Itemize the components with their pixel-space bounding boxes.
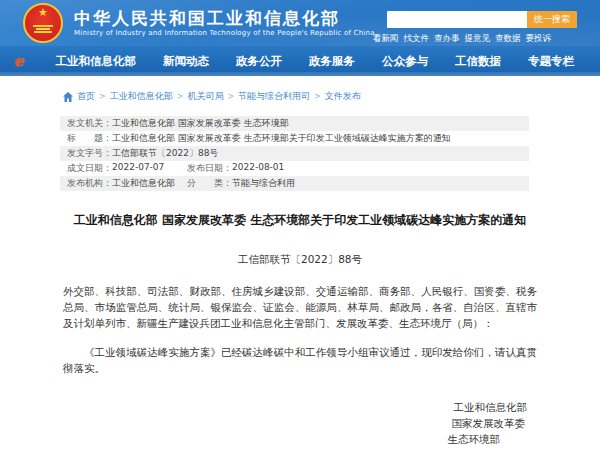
site-subtitle: Ministry of Industry and Information Tec… xyxy=(74,29,375,38)
nav-item-gov-affairs[interactable]: 政务公开 xyxy=(236,54,282,69)
nav-item-news[interactable]: 新闻动态 xyxy=(163,54,209,69)
signatory-miit: 工业和信息化部 xyxy=(63,399,537,415)
unified-search-input[interactable] xyxy=(387,11,527,28)
meta-row-doc-number: 发文字号： 工信部联节〔2022〕88号 xyxy=(60,146,529,161)
document-body: 工业和信息化部 国家发展改革委 生态环境部关于印发工业领域碳达峰实施方案的通知 … xyxy=(63,212,537,452)
breadcrumb: 首页 > 工业和信息化部 > 机关司局 > 节能与综合利用司 > 文件发布 xyxy=(0,76,600,103)
nav-item-miit[interactable]: 工业和信息化部 xyxy=(56,54,137,69)
search-area: 统一搜索 看新闻 找文件 查办事 提意见 查数据 要投诉 xyxy=(387,11,577,45)
national-emblem-icon: ★ xyxy=(23,3,63,43)
site-title: 中华人民共和国工业和信息化部 xyxy=(74,8,375,28)
breadcrumb-energy-conservation-dept[interactable]: 节能与综合利用司 xyxy=(238,90,310,103)
quick-link-files[interactable]: 找文件 xyxy=(404,33,430,45)
meta-row-dates: 成文日期： 2022-07-07 发布日期： 2022-08-01 xyxy=(60,161,529,176)
nav-item-special-topics[interactable]: 专题专栏 xyxy=(528,54,574,69)
quick-link-data[interactable]: 查数据 xyxy=(495,33,521,45)
quick-link-services[interactable]: 查办事 xyxy=(434,33,460,45)
signatory-mee: 生态环境部 xyxy=(63,431,537,447)
document-number: 工信部联节〔2022〕88号 xyxy=(63,253,537,267)
breadcrumb-miit[interactable]: 工业和信息化部 xyxy=(110,90,173,103)
home-icon xyxy=(63,92,73,102)
meta-row-issuing-agency: 发文机关： 工业和信息化部 国家发展改革委 生态环境部 xyxy=(60,116,529,131)
main-nav: e 工业和信息化部 新闻动态 政务公开 政务服务 公众参与 工信数据 专题专栏 xyxy=(0,46,600,76)
quick-link-complaints[interactable]: 要投诉 xyxy=(526,33,552,45)
breadcrumb-home[interactable]: 首页 xyxy=(77,90,95,103)
quick-link-news[interactable]: 看新闻 xyxy=(373,33,399,45)
paragraph-body: 《工业领域碳达峰实施方案》已经碳达峰碳中和工作领导小组审议通过，现印发给你们，请… xyxy=(63,344,537,376)
document-meta-table: 发文机关： 工业和信息化部 国家发展改革委 生态环境部 标 题： 工业和信息化部… xyxy=(60,116,529,191)
nav-item-miit-data[interactable]: 工信数据 xyxy=(455,54,501,69)
breadcrumb-departments[interactable]: 机关司局 xyxy=(187,90,223,103)
unified-search-button[interactable]: 统一搜索 xyxy=(527,11,577,28)
quick-links: 看新闻 找文件 查办事 提意见 查数据 要投诉 xyxy=(373,33,577,45)
paragraph-addressees: 外交部、科技部、司法部、财政部、住房城乡建设部、交通运输部、商务部、人民银行、国… xyxy=(63,283,537,331)
document-title: 工业和信息化部 国家发展改革委 生态环境部关于印发工业领域碳达峰实施方案的通知 xyxy=(63,212,537,229)
meta-row-title: 标 题： 工业和信息化部 国家发展改革委 生态环境部关于印发工业领域碳达峰实施方… xyxy=(60,131,529,146)
nav-item-gov-services[interactable]: 政务服务 xyxy=(309,54,355,69)
nav-item-public-participation[interactable]: 公众参与 xyxy=(382,54,428,69)
quick-link-suggestions[interactable]: 提意见 xyxy=(465,33,491,45)
miit-e-logo-icon: e xyxy=(14,54,24,69)
signatory-ndrc: 国家发展改革委 xyxy=(63,415,537,431)
signature-block: 工业和信息化部 国家发展改革委 生态环境部 2022年7月7日 xyxy=(63,399,537,452)
site-header: ★ 中华人民共和国工业和信息化部 Ministry of Industry an… xyxy=(0,0,600,46)
breadcrumb-document-release[interactable]: 文件发布 xyxy=(325,90,361,103)
meta-row-publisher-category: 发布机构： 工业和信息化部 分 类： 节能与综合利用 xyxy=(60,176,529,191)
